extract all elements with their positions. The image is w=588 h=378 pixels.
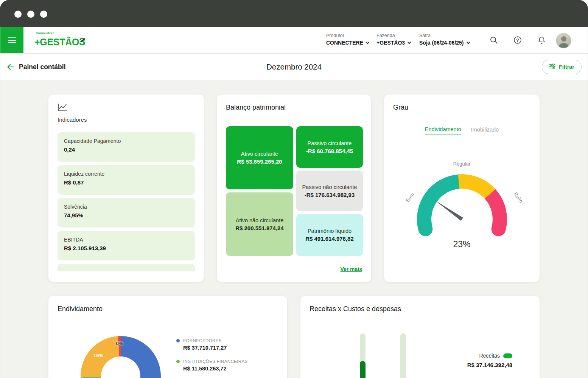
bar-fill-receitas [360,361,366,378]
donut-legend: FORNECEDORES R$ 37.710.717,27 INSTITUIÇÕ… [176,338,248,378]
block-label: Passivo não circulante [302,184,357,190]
block-value: R$ 200.551.874,24 [235,225,284,231]
avatar[interactable] [556,33,571,48]
grau-title: Grau [393,104,408,112]
slice-label-orange: 16% [92,353,105,358]
patrimonio-liquido-block: Patrimônio líquido R$ 491.614.976,82 [296,214,363,256]
legend-pill-green [503,353,512,358]
chevron-down-icon [408,40,411,44]
indicator-item: Capacidade Pagamento 0,24 [58,132,195,162]
svg-text:?: ? [516,38,519,43]
period-label: Dezembro 2024 [0,54,588,80]
brand-logo-digit: 3 [79,35,85,48]
ativo-nao-circulante-block: Ativo não circulante R$ 200.551.874,24 [226,192,293,256]
legend-label: FORNECEDORES [183,338,222,343]
filter-icon [549,64,555,70]
block-label: Ativo circulante [241,151,278,157]
indicator-label: Liquidez corrente [64,171,188,177]
brand-logo: Connectere +GESTÃO3 [34,31,85,48]
indicator-item: Liquidez corrente R$ 0,87 [58,165,195,195]
app-header: Connectere +GESTÃO3 Produtor CONNECTERE … [0,27,588,54]
block-value: -R$ 176.634.982,93 [305,192,355,198]
safra-selector-value: Soja (06/24-06/25) [419,40,470,46]
ver-mais-link[interactable]: Ver mais [340,266,362,272]
window-control-dot[interactable] [14,11,22,18]
bell-icon[interactable] [537,36,546,45]
window-control-dot[interactable] [40,11,47,18]
indicator-label: EBITDA [64,237,188,243]
safra-selector[interactable]: Safra Soja (06/24-06/25) [419,33,470,46]
slice-label-red: 0% [113,341,126,346]
indicadores-title: Indicadores [58,116,87,123]
indicator-value: R$ 0,87 [64,179,188,186]
page-title: Painel contábil [19,54,66,80]
filter-button-label: Filtrar [559,64,574,70]
tab-endividamento[interactable]: Endividamento [425,126,461,135]
grau-tabs: Endividamento Imobilizado [384,126,540,135]
passivo-circulante-block: Passivo circulante -R$ 60.768.854,45 [296,126,363,168]
indicadores-list[interactable]: Capacidade Pagamento 0,24 Liquidez corre… [58,132,195,271]
legend-item: FORNECEDORES R$ 37.710.717,27 [176,338,248,351]
block-label: Passivo circulante [308,140,352,146]
indicator-item: EBITDA R$ 2.105.913,39 [58,231,195,260]
legend-label: Receitas [479,353,500,359]
help-icon[interactable]: ? [513,36,522,45]
fazenda-selector-label: Fazenda [376,33,411,38]
block-value: R$ 491.614.976,82 [305,235,354,242]
balanco-treemap: Ativo circulante R$ 53.659.265,20 Ativo … [226,126,363,256]
hamburger-icon [8,36,16,45]
block-value: R$ 53.659.265,20 [237,158,282,165]
legend-label: INSTITUIÇÕES FINANCEIRAS [183,359,248,364]
indicator-value: R$ 2.105.913,39 [64,245,188,251]
safra-selector-label: Safra [419,33,470,38]
grau-card: Grau Endividamento Imobilizado Regular B… [384,94,540,282]
endividamento-title: Endividamento [58,305,103,313]
legend-value: R$ 37.146.392,48 [467,362,512,368]
gauge-needle [435,200,463,221]
balanco-patrimonial-card: Balanço patrimonial Ativo circulante R$ … [216,94,372,282]
indicator-value: 0,24 [64,146,188,153]
legend-value: R$ 37.710.717,27 [183,345,248,351]
tab-imobilizado[interactable]: Imobilizado [471,126,499,135]
indicator-label: Solvência [64,204,188,210]
page-subheader: Painel contábil Dezembro 2024 Filtrar [0,54,588,81]
chevron-down-icon [366,40,370,44]
produtor-selector-label: Produtor [326,33,369,38]
ativo-circulante-block: Ativo circulante R$ 53.659.265,20 [226,126,293,189]
produtor-selector[interactable]: Produtor CONNECTERE [326,33,369,46]
fazenda-selector-value: +GESTÃO3 [376,40,411,46]
block-label: Patrimônio líquido [308,228,352,234]
indicator-value: 74,95% [64,212,188,218]
indicator-item-partial [58,264,195,271]
produtor-selector-value: CONNECTERE [326,40,369,46]
passivo-nao-circulante-block: Passivo não circulante -R$ 176.634.982,9… [296,170,363,211]
legend-dot-blue [176,339,180,342]
dashboard-content: Indicadores Capacidade Pagamento 0,24 Li… [0,81,588,378]
bar-column [400,333,406,378]
brand-logo-text: +GESTÃO3 [34,35,85,48]
search-icon[interactable] [489,36,498,45]
legend-value: R$ 11.580.263,72 [183,366,248,372]
donut-chart: 16% 0% [81,336,161,378]
endividamento-card: Endividamento 16% 0% FORNECEDORES R$ 37.… [48,296,288,378]
legend-item: INSTITUIÇÕES FINANCEIRAS R$ 11.580.263,7… [176,359,248,372]
window-control-dot[interactable] [27,11,34,18]
block-label: Ativo não circulante [236,217,284,223]
indicator-item: Solvência 74,95% [58,198,195,228]
indicator-label: Capacidade Pagamento [64,138,188,144]
block-value: -R$ 60.768.854,45 [306,148,353,154]
back-arrow-icon[interactable] [6,63,15,72]
filter-button[interactable]: Filtrar [542,60,582,74]
brand-logo-small-text: Connectere [36,31,85,35]
indicadores-card: Indicadores Capacidade Pagamento 0,24 Li… [48,94,204,282]
receitas-custos-card: Receitas x Custos e despesas Receitas R$… [300,296,540,378]
fazenda-selector[interactable]: Fazenda +GESTÃO3 [376,33,411,46]
bar-column [360,333,366,378]
menu-button[interactable] [0,27,23,53]
gauge-chart [401,159,523,240]
balanco-title: Balanço patrimonial [226,104,286,112]
gauge-value: 23% [384,239,540,249]
legend-dot-green [176,360,180,363]
chart-line-icon [58,103,67,113]
bar-legend: Receitas R$ 37.146.392,48 [467,353,512,368]
